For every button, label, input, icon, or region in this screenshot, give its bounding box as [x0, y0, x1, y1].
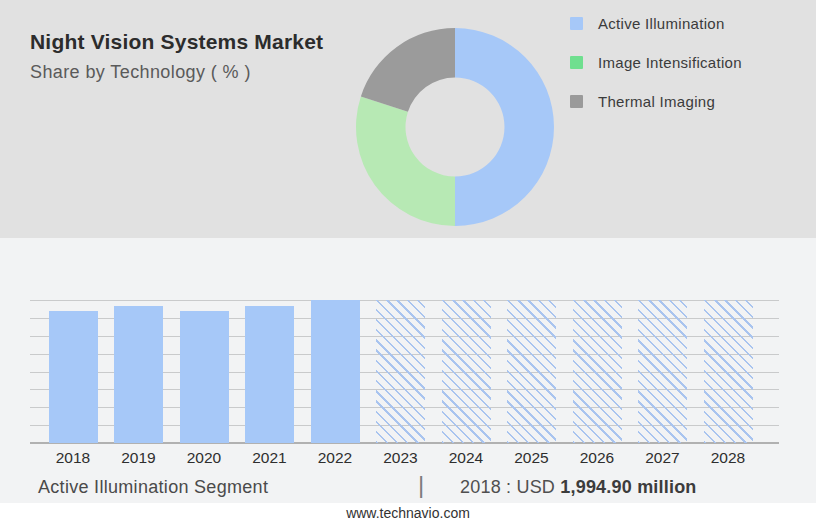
x-axis-label-2022: 2022 — [302, 449, 368, 467]
legend-label: Image Intensification — [598, 54, 742, 71]
x-axis-label-2019: 2019 — [106, 449, 172, 467]
legend-swatch — [570, 56, 583, 69]
legend-swatch — [570, 17, 583, 30]
bar-2026-forecast-hatched — [573, 300, 622, 443]
x-axis-label-2023: 2023 — [368, 449, 434, 467]
x-axis-label-2020: 2020 — [171, 449, 237, 467]
bar-2027-forecast-hatched — [638, 300, 687, 443]
x-axis-label-2027: 2027 — [630, 449, 696, 467]
legend-swatch — [570, 95, 583, 108]
separator-pipe: | — [418, 471, 424, 499]
x-axis-label-2021: 2021 — [237, 449, 303, 467]
page-title: Night Vision Systems Market — [30, 30, 323, 54]
x-axis-label-2026: 2026 — [564, 449, 630, 467]
page-subtitle: Share by Technology ( % ) — [30, 62, 251, 83]
lower-panel: 2018201920202021202220232024202520262027… — [0, 238, 816, 528]
website-url: www.technavio.com — [346, 505, 470, 521]
bar-2028-forecast-hatched — [704, 300, 753, 443]
bar-2022-historical — [311, 300, 360, 443]
legend-item-thermal-imaging: Thermal Imaging — [570, 94, 742, 109]
bar-2020-historical — [180, 311, 229, 443]
technology-share-donut-chart — [355, 27, 555, 227]
donut-slice-image-intensification — [356, 96, 455, 226]
top-panel: Night Vision Systems Market Share by Tec… — [0, 0, 816, 238]
infographic-canvas: Night Vision Systems Market Share by Tec… — [0, 0, 816, 528]
x-axis-label-2028: 2028 — [695, 449, 761, 467]
segment-value-prefix: 2018 : USD — [460, 477, 560, 497]
x-axis-label-2024: 2024 — [433, 449, 499, 467]
x-axis-label-2018: 2018 — [40, 449, 106, 467]
bar-2025-forecast-hatched — [507, 300, 556, 443]
legend-item-image-intensification: Image Intensification — [570, 55, 742, 70]
legend-label: Thermal Imaging — [598, 93, 715, 110]
donut-slice-thermal-imaging — [361, 28, 455, 112]
segment-value: 2018 : USD 1,994.90 million — [460, 477, 697, 498]
donut-legend: Active Illumination Image Intensificatio… — [570, 16, 742, 109]
legend-item-active-illumination: Active Illumination — [570, 16, 742, 31]
bar-2021-historical — [245, 306, 294, 443]
legend-label: Active Illumination — [598, 15, 725, 32]
x-axis-label-2025: 2025 — [499, 449, 565, 467]
bar-2018-historical — [49, 311, 98, 443]
segment-value-amount: 1,994.90 million — [560, 477, 696, 497]
bar-2023-forecast-hatched — [376, 300, 425, 443]
bar-2024-forecast-hatched — [442, 300, 491, 443]
segment-bar-chart: 2018201920202021202220232024202520262027… — [30, 300, 779, 443]
website-strip: www.technavio.com — [0, 503, 816, 528]
bar-2019-historical — [114, 306, 163, 443]
segment-label: Active Illumination Segment — [38, 477, 268, 498]
donut-slice-active-illumination — [455, 28, 554, 226]
